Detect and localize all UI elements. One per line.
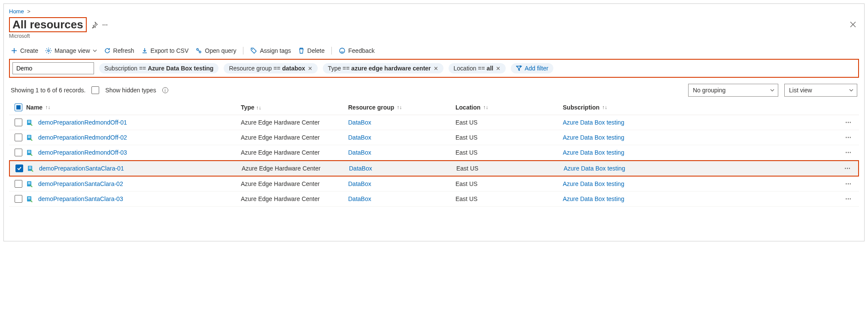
resource-group-link[interactable]: DataBox bbox=[348, 119, 371, 126]
svg-rect-19 bbox=[28, 183, 30, 184]
resource-type: Azure Edge Hardware Center bbox=[241, 134, 348, 141]
subscription-link[interactable]: Azure Data Box testing bbox=[563, 195, 624, 202]
subscription-link[interactable]: Azure Data Box testing bbox=[563, 119, 624, 126]
row-checkbox[interactable] bbox=[15, 165, 23, 172]
row-more-button[interactable]: ⋯ bbox=[845, 134, 852, 141]
table-row[interactable]: demoPreparationSantaClara-01 Azure Edge … bbox=[9, 160, 859, 177]
resource-location: East US bbox=[455, 195, 563, 202]
subscription-link[interactable]: Azure Data Box testing bbox=[563, 149, 624, 156]
svg-rect-15 bbox=[29, 167, 31, 168]
assign-tags-button[interactable]: Assign tags bbox=[250, 47, 291, 54]
svg-rect-7 bbox=[28, 122, 30, 123]
resource-group-link[interactable]: DataBox bbox=[349, 165, 372, 172]
row-more-button[interactable]: ⋯ bbox=[845, 180, 852, 187]
add-filter-button[interactable]: Add filter bbox=[511, 63, 553, 73]
open-query-button[interactable]: Open query bbox=[195, 47, 236, 54]
row-more-button[interactable]: ⋯ bbox=[845, 195, 852, 202]
remove-filter-icon[interactable]: ✕ bbox=[496, 65, 501, 72]
table-row[interactable]: demoPreparationRedmondOff-01 Azure Edge … bbox=[9, 115, 859, 130]
row-checkbox[interactable] bbox=[15, 149, 22, 156]
manage-view-label: Manage view bbox=[55, 47, 90, 54]
assign-tags-label: Assign tags bbox=[260, 47, 291, 54]
row-more-button[interactable]: ⋯ bbox=[844, 165, 851, 172]
resource-name-link[interactable]: demoPreparationSantaClara-01 bbox=[39, 165, 124, 172]
more-button[interactable]: ⋯ bbox=[102, 21, 109, 28]
row-more-button[interactable]: ⋯ bbox=[845, 149, 852, 156]
svg-rect-13 bbox=[28, 152, 30, 153]
resource-group-link[interactable]: DataBox bbox=[348, 180, 371, 187]
resource-group-link[interactable]: DataBox bbox=[348, 134, 371, 141]
table-row[interactable]: demoPreparationSantaClara-02 Azure Edge … bbox=[9, 177, 859, 192]
resource-name-link[interactable]: demoPreparationSantaClara-03 bbox=[38, 195, 123, 202]
row-more-button[interactable]: ⋯ bbox=[845, 119, 852, 126]
resource-group-link[interactable]: DataBox bbox=[348, 149, 371, 156]
subscription-link[interactable]: Azure Data Box testing bbox=[563, 180, 624, 187]
table-row[interactable]: demoPreparationRedmondOff-03 Azure Edge … bbox=[9, 145, 859, 160]
pin-button[interactable] bbox=[91, 21, 98, 28]
separator bbox=[243, 47, 243, 55]
filter-pill[interactable]: Location == all ✕ bbox=[449, 63, 506, 73]
filter-pill-label: Location == all bbox=[454, 65, 494, 72]
row-checkbox[interactable] bbox=[15, 195, 22, 203]
row-checkbox[interactable] bbox=[15, 180, 22, 188]
filter-pill[interactable]: Resource group == databox ✕ bbox=[224, 63, 317, 73]
resource-type: Azure Edge Hardware Center bbox=[241, 195, 348, 202]
table-row[interactable]: demoPreparationSantaClara-03 Azure Edge … bbox=[9, 192, 859, 207]
resource-type: Azure Edge Hardware Center bbox=[241, 180, 348, 187]
col-subscription[interactable]: Subscription ↑↓ bbox=[563, 104, 840, 111]
remove-filter-icon[interactable]: ✕ bbox=[308, 65, 313, 72]
select-all-checkbox[interactable] bbox=[15, 104, 22, 111]
feedback-icon bbox=[339, 47, 346, 54]
resource-location: East US bbox=[455, 180, 563, 187]
resource-icon bbox=[27, 165, 35, 172]
tag-icon bbox=[250, 47, 257, 54]
col-location[interactable]: Location ↑↓ bbox=[455, 104, 563, 111]
grouping-select[interactable]: No grouping bbox=[688, 84, 778, 97]
svg-rect-22 bbox=[28, 198, 30, 199]
sort-icon: ↑↓ bbox=[483, 104, 488, 110]
subscription-link[interactable]: Azure Data Box testing bbox=[564, 165, 625, 172]
sort-icon: ↑↓ bbox=[256, 105, 261, 111]
resource-icon bbox=[26, 195, 34, 203]
filter-pill[interactable]: Type == azure edge hardware center ✕ bbox=[323, 63, 443, 73]
col-type[interactable]: Type ↑↓ bbox=[241, 104, 348, 111]
more-icon: ⋯ bbox=[102, 21, 109, 28]
breadcrumb-home[interactable]: Home bbox=[9, 8, 24, 15]
resource-location: East US bbox=[455, 134, 563, 141]
table-row[interactable]: demoPreparationRedmondOff-02 Azure Edge … bbox=[9, 130, 859, 145]
resource-name-link[interactable]: demoPreparationRedmondOff-02 bbox=[38, 134, 127, 141]
filter-icon bbox=[516, 65, 522, 71]
refresh-button[interactable]: Refresh bbox=[104, 47, 134, 54]
close-button[interactable] bbox=[850, 21, 856, 28]
svg-rect-9 bbox=[28, 136, 30, 137]
resource-name-link[interactable]: demoPreparationRedmondOff-01 bbox=[38, 119, 127, 126]
create-button[interactable]: Create bbox=[11, 47, 38, 54]
svg-point-4 bbox=[340, 48, 345, 53]
row-checkbox[interactable] bbox=[15, 119, 22, 126]
breadcrumb: Home > bbox=[9, 7, 859, 17]
export-csv-button[interactable]: Export to CSV bbox=[141, 47, 189, 54]
feedback-button[interactable]: Feedback bbox=[339, 47, 374, 54]
chevron-right-icon: > bbox=[25, 8, 32, 15]
resource-group-link[interactable]: DataBox bbox=[348, 195, 371, 202]
search-input[interactable] bbox=[12, 62, 94, 74]
query-icon bbox=[195, 47, 202, 54]
resource-type: Azure Edge Hardware Center bbox=[241, 149, 348, 156]
manage-view-button[interactable]: Manage view bbox=[45, 47, 97, 54]
show-hidden-checkbox[interactable] bbox=[91, 86, 99, 94]
col-name[interactable]: Name ↑↓ bbox=[26, 104, 241, 111]
svg-rect-12 bbox=[28, 151, 30, 152]
subscription-link[interactable]: Azure Data Box testing bbox=[563, 134, 624, 141]
view-select[interactable]: List view bbox=[784, 84, 857, 97]
resource-name-link[interactable]: demoPreparationRedmondOff-03 bbox=[38, 149, 127, 156]
svg-point-2 bbox=[199, 51, 201, 53]
gear-icon bbox=[45, 47, 52, 54]
resource-name-link[interactable]: demoPreparationSantaClara-02 bbox=[38, 180, 123, 187]
remove-filter-icon[interactable]: ✕ bbox=[434, 65, 438, 72]
filter-pill[interactable]: Subscription == Azure Data Box testing bbox=[99, 63, 219, 73]
col-resource-group[interactable]: Resource group ↑↓ bbox=[348, 104, 455, 111]
info-icon[interactable]: i bbox=[162, 87, 168, 93]
resource-location: East US bbox=[455, 119, 563, 126]
row-checkbox[interactable] bbox=[15, 134, 22, 141]
delete-button[interactable]: Delete bbox=[298, 47, 325, 54]
